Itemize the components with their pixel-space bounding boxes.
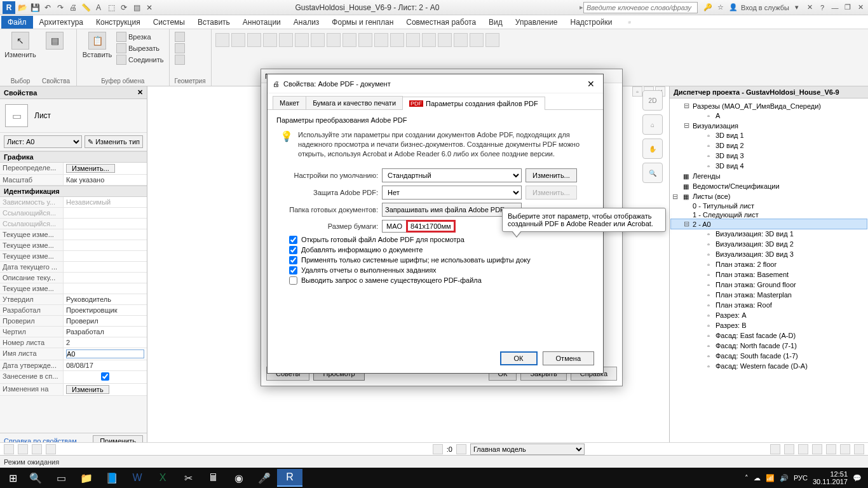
tree-node[interactable]: ▫План этажа: 2 floor — [671, 259, 867, 269]
tree-node[interactable]: ▫3D вид 2 — [671, 140, 867, 151]
security-select[interactable]: Нет — [382, 186, 522, 200]
edit-type-button[interactable]: ✎Изменить тип — [85, 135, 143, 148]
navbar-home-icon[interactable]: ⌂ — [642, 114, 663, 135]
menu-view[interactable]: Вид — [482, 16, 509, 29]
max-icon[interactable]: ❐ — [843, 3, 853, 13]
tray-up-icon[interactable]: ˄ — [745, 474, 749, 482]
search-taskbar-icon[interactable]: 🔍 — [23, 469, 48, 487]
snip-icon[interactable]: ✂ — [175, 469, 201, 487]
tree-node[interactable]: ▫3D вид 1 — [671, 130, 867, 140]
menu-annot[interactable]: Аннотации — [236, 16, 287, 29]
vcb-icon[interactable] — [433, 444, 443, 454]
props-value[interactable]: 08/08/17 — [64, 360, 147, 370]
props-value[interactable] — [64, 240, 147, 250]
rb-icon[interactable] — [279, 33, 293, 47]
vcb-icon[interactable] — [784, 444, 794, 454]
tree-node[interactable]: ⊟2 - A0 — [671, 219, 867, 229]
measure-icon[interactable]: 📏 — [80, 2, 92, 13]
tree-node[interactable]: ▫Разрез: A — [671, 310, 867, 320]
tree-node[interactable]: ▫Фасад: East facade (A-D) — [671, 330, 867, 341]
help-icon[interactable]: ? — [817, 3, 827, 13]
save-icon[interactable]: 💾 — [29, 2, 41, 13]
panel-close-icon[interactable]: ✕ — [137, 88, 143, 97]
tree-node[interactable]: ▫План этажа: Roof — [671, 300, 867, 310]
props-value[interactable] — [64, 251, 147, 261]
vcb-icon[interactable] — [854, 444, 864, 454]
tree-node[interactable]: 1 - Следующий лист — [671, 210, 867, 219]
rb-icon[interactable] — [295, 33, 309, 47]
tree-node[interactable]: ⊟Визуализация — [671, 121, 867, 130]
panel-icon[interactable]: ▤ — [131, 2, 142, 13]
tray-notif-icon[interactable]: 💬 — [853, 474, 862, 482]
props-value[interactable]: Руководитель — [64, 294, 147, 304]
chrome-icon[interactable]: ◉ — [226, 469, 252, 487]
rb-icon[interactable] — [342, 33, 356, 47]
props-edit-button[interactable]: Изменить — [66, 385, 109, 394]
tree-node[interactable]: ⊟▦Листы (все) — [671, 191, 867, 201]
vcb-icon[interactable] — [32, 444, 42, 454]
exchange-icon[interactable]: ✕ — [804, 3, 815, 13]
rb-icon[interactable] — [311, 33, 325, 47]
modify-button[interactable]: ↖Изменить — [5, 32, 36, 58]
chk-open-after[interactable]: Открыть готовый файл Adobe PDF для просм… — [289, 236, 594, 244]
rb-icon[interactable] — [358, 33, 372, 47]
props-button[interactable]: ▤ — [39, 32, 70, 58]
props-edit-button[interactable]: Изменить... — [66, 164, 115, 173]
change-settings-button[interactable]: Изменить... — [526, 168, 577, 182]
chk-system-fonts[interactable]: Применять только системные шрифты; не ис… — [289, 256, 594, 264]
props-value[interactable] — [64, 208, 147, 218]
close-hidden-icon[interactable]: ✕ — [144, 2, 155, 13]
explorer-icon[interactable]: 📁 — [74, 469, 99, 487]
props-value[interactable] — [64, 219, 147, 229]
rb-icon[interactable] — [231, 33, 245, 47]
vcb-icon[interactable] — [4, 444, 14, 454]
rb-icon[interactable] — [438, 33, 452, 47]
dialog-close-icon[interactable]: ✕ — [584, 77, 598, 91]
tray-cloud-icon[interactable]: ☁ — [754, 474, 761, 482]
props-checkbox[interactable] — [66, 372, 144, 381]
open-icon[interactable]: 📂 — [17, 2, 28, 13]
vcb-icon[interactable] — [456, 444, 466, 454]
menu-more-icon[interactable]: ▫️ — [618, 16, 641, 29]
instance-selector[interactable]: Лист: A0 — [4, 135, 82, 148]
menu-insert[interactable]: Вставить — [191, 16, 236, 29]
pdf-cancel-button[interactable]: Отмена — [543, 351, 594, 365]
rb-icon[interactable] — [422, 33, 436, 47]
tray-lang[interactable]: РУС — [794, 474, 808, 482]
props-value[interactable]: Изменить — [64, 384, 147, 395]
tab-paper-quality[interactable]: Бумага и качество печати — [306, 96, 403, 109]
chk-ask-replace[interactable]: Выводить запрос о замене существующего P… — [289, 276, 594, 285]
tree-node[interactable]: ▫Фасад: Western facade (D-A) — [671, 361, 867, 371]
login-label[interactable]: Вход в службы — [741, 3, 789, 13]
props-value[interactable]: Изменить... — [64, 163, 147, 174]
rb-icon[interactable] — [470, 33, 484, 47]
expand-icon[interactable]: ⊟ — [671, 193, 679, 201]
text-icon[interactable]: A — [93, 2, 104, 13]
tree-node[interactable]: ▫3D вид 3 — [671, 151, 867, 161]
cutout-button[interactable]: Вырезать — [116, 43, 164, 53]
join-button[interactable]: Соединить — [116, 55, 164, 65]
vcb-icon[interactable] — [840, 444, 850, 454]
props-value[interactable] — [64, 283, 147, 294]
rb-icon[interactable] — [406, 33, 420, 47]
file-menu[interactable]: Файл — [1, 16, 33, 29]
tree-node[interactable]: ▫План этажа: Masterplan — [671, 290, 867, 300]
tree-node[interactable]: ▫Разрез: B — [671, 320, 867, 330]
default-settings-select[interactable]: Стандартный — [382, 168, 522, 182]
chk-delete-logs[interactable]: Удалять отчеты о выполненных заданиях — [289, 266, 594, 274]
tree-node[interactable]: ▫Визуализация: 3D вид 3 — [671, 249, 867, 259]
props-value[interactable] — [64, 348, 147, 360]
tree-node[interactable]: ▫A — [671, 111, 867, 121]
star-icon[interactable]: ☆ — [715, 3, 726, 13]
close-icon[interactable]: ✕ — [855, 3, 865, 13]
geom-3[interactable] — [175, 55, 206, 65]
props-value[interactable] — [64, 229, 147, 240]
tree-node[interactable]: ▫План этажа: Basement — [671, 269, 867, 280]
paste-button[interactable]: 📋Вставить — [82, 32, 112, 65]
pdf-ok-button[interactable]: ОК — [500, 351, 538, 365]
tree-node[interactable]: ▦Ведомости/Спецификации — [671, 181, 867, 191]
expand-icon[interactable]: ⊟ — [682, 102, 690, 110]
menu-collab[interactable]: Совместная работа — [400, 16, 482, 29]
undo-icon[interactable]: ↶ — [42, 2, 53, 13]
rb-icon[interactable] — [390, 33, 404, 47]
